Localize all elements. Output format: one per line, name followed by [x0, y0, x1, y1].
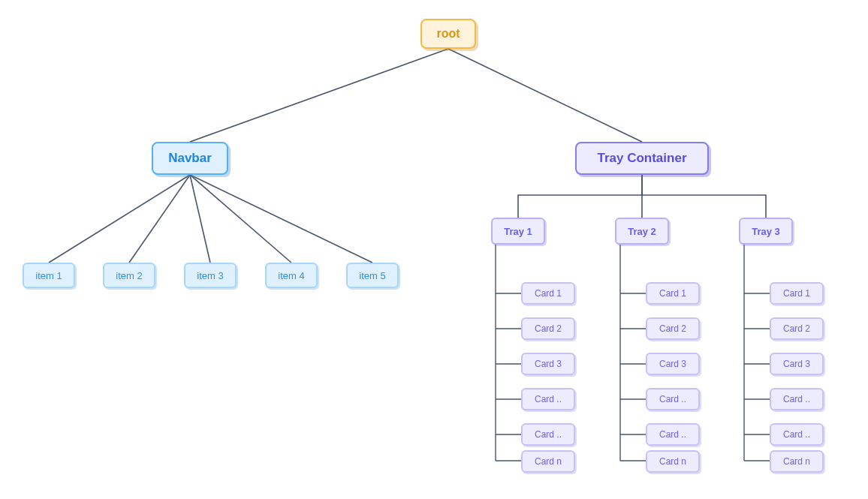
card-node: Card n — [770, 450, 824, 473]
card-node: Card .. — [646, 423, 700, 446]
tray-node: Tray 3 — [739, 218, 793, 245]
card-node: Card n — [646, 450, 700, 473]
card-node: Card .. — [521, 388, 575, 410]
navbar-item: item 3 — [184, 263, 237, 288]
card-node: Card 3 — [646, 353, 700, 375]
svg-line-6 — [190, 175, 372, 263]
card-node: Card 1 — [521, 282, 575, 305]
svg-line-1 — [448, 49, 642, 142]
card-node: Card .. — [770, 423, 824, 446]
card-node: Card 3 — [521, 353, 575, 375]
card-node: Card 3 — [770, 353, 824, 375]
card-node: Card .. — [770, 388, 824, 410]
navbar-item: item 4 — [265, 263, 318, 288]
tray-container-node: Tray Container — [575, 142, 709, 175]
root-node: root — [420, 19, 476, 49]
tray-node: Tray 1 — [491, 218, 545, 245]
svg-line-3 — [129, 175, 190, 263]
svg-line-5 — [190, 175, 291, 263]
card-node: Card 1 — [646, 282, 700, 305]
card-node: Card 1 — [770, 282, 824, 305]
card-node: Card 2 — [646, 317, 700, 340]
navbar-item: item 5 — [346, 263, 399, 288]
connector-lines — [0, 0, 868, 499]
card-node: Card 2 — [770, 317, 824, 340]
svg-line-2 — [49, 175, 190, 263]
navbar-item: item 2 — [103, 263, 155, 288]
card-node: Card .. — [646, 388, 700, 410]
navbar-item: item 1 — [23, 263, 75, 288]
svg-line-4 — [190, 175, 210, 263]
card-node: Card .. — [521, 423, 575, 446]
card-node: Card n — [521, 450, 575, 473]
tray-node: Tray 2 — [615, 218, 669, 245]
navbar-node: Navbar — [152, 142, 228, 175]
svg-line-0 — [190, 49, 448, 142]
card-node: Card 2 — [521, 317, 575, 340]
